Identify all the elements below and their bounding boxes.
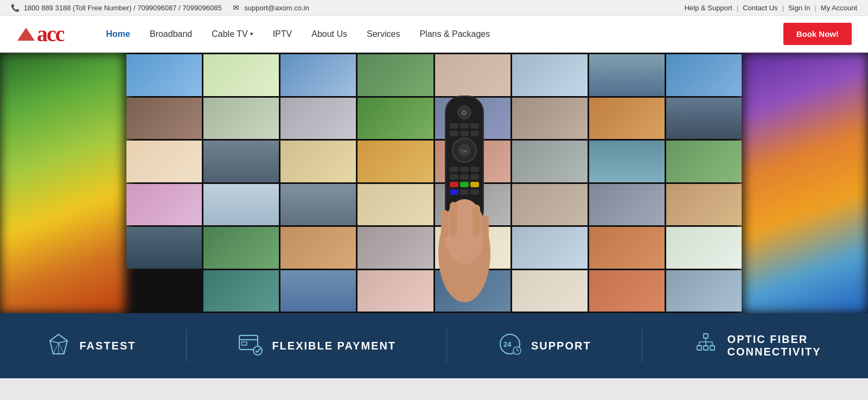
photo-cell [666, 141, 742, 182]
email-icon [233, 4, 242, 12]
separator-1: | [737, 4, 738, 12]
email-address: support@axom.co.in [244, 4, 309, 12]
feature-payment: FLEXIBLE PAYMENT [237, 332, 396, 359]
separator-2: | [782, 4, 784, 12]
svg-rect-15 [470, 167, 479, 172]
myaccount-link[interactable]: My Account [821, 4, 857, 12]
photo-cell [203, 54, 279, 96]
svg-text:⏻: ⏻ [461, 110, 467, 116]
photo-cell [666, 270, 742, 312]
support-icon: 24 [497, 332, 522, 359]
top-bar-left: 1800 889 3188 (Toll Free Number) / 70990… [11, 3, 309, 12]
svg-rect-5 [460, 123, 469, 129]
svg-line-34 [59, 341, 67, 343]
svg-rect-4 [450, 123, 458, 129]
svg-line-33 [50, 341, 59, 343]
svg-rect-6 [470, 123, 479, 129]
svg-rect-54 [704, 346, 708, 350]
nav-plans[interactable]: Plans & Packages [410, 25, 500, 43]
nav-links: Home Broadband Cable TV ▾ IPTV About Us … [97, 25, 773, 43]
feature-fiber-label-2: CONNECTIVITY [727, 346, 821, 358]
help-support-link[interactable]: Help & Support [685, 4, 732, 12]
logo-icon [16, 27, 36, 42]
fiber-text-block: OPTIC FIBER CONNECTIVITY [727, 333, 821, 358]
hero-blur-left [0, 53, 125, 313]
nav-cabletv[interactable]: Cable TV ▾ [202, 25, 263, 43]
top-bar-right: Help & Support | Contact Us | Sign In | … [685, 4, 857, 12]
photo-cell [280, 270, 356, 312]
svg-rect-29 [473, 205, 480, 237]
photo-cell [589, 227, 665, 269]
feature-fastest-label: FASTEST [79, 340, 136, 352]
photo-cell [203, 98, 279, 139]
photo-cell [280, 184, 356, 226]
phone-number: 1800 889 3188 (Toll Free Number) / 70990… [24, 4, 222, 12]
logo[interactable]: acc [16, 21, 64, 47]
photo-cell [280, 227, 356, 269]
payment-icon [237, 332, 263, 359]
separator-3: | [814, 4, 816, 12]
signin-link[interactable]: Sign In [788, 4, 810, 12]
footer-area [0, 378, 868, 400]
photo-cell [203, 141, 279, 182]
nav-links-wrap: Home Broadband Cable TV ▾ IPTV About Us … [97, 25, 773, 43]
svg-rect-24 [470, 189, 479, 195]
diamond-icon [47, 332, 71, 359]
nav-home[interactable]: Home [97, 25, 140, 43]
svg-rect-28 [450, 202, 457, 237]
svg-rect-8 [460, 131, 469, 136]
svg-line-36 [53, 343, 59, 354]
photo-cell [280, 98, 356, 139]
feature-divider-3 [642, 329, 642, 362]
photo-cell [126, 98, 202, 139]
nav-aboutus[interactable]: About Us [302, 25, 357, 43]
feature-fiber-label-1: OPTIC FIBER [727, 333, 821, 346]
photo-cell [280, 54, 356, 96]
photo-cell [126, 227, 202, 269]
features-bar: FASTEST FLEXIBLE PAYMENT 24 [0, 313, 868, 378]
nav-iptv[interactable]: IPTV [263, 25, 302, 43]
feature-support: 24 SUPPORT [497, 332, 591, 359]
phone-icon [11, 4, 22, 12]
svg-line-37 [59, 343, 64, 354]
svg-rect-19 [450, 182, 458, 187]
svg-text:24: 24 [503, 340, 512, 348]
svg-rect-55 [710, 346, 714, 350]
photo-cell [589, 54, 665, 96]
cabletv-dropdown-arrow: ▾ [250, 30, 253, 37]
remote-hand-overlay: ⏻ OK [388, 85, 540, 313]
fiber-icon [693, 332, 719, 359]
email-info: support@axom.co.in [233, 3, 309, 12]
svg-rect-14 [460, 167, 469, 172]
svg-rect-16 [450, 174, 458, 180]
book-now-button[interactable]: Book Now! [783, 23, 852, 45]
feature-divider-1 [186, 329, 187, 362]
svg-rect-13 [450, 167, 458, 172]
photo-cell [126, 184, 202, 226]
photo-cell [203, 184, 279, 226]
svg-rect-20 [460, 182, 469, 187]
svg-rect-22 [450, 189, 458, 195]
navbar: acc Home Broadband Cable TV ▾ IPTV About… [0, 16, 868, 53]
feature-fastest: FASTEST [47, 332, 136, 359]
hero-blur-right [743, 53, 868, 313]
contact-us-link[interactable]: Contact Us [743, 4, 777, 12]
hero-section: ⏻ OK [0, 53, 868, 313]
svg-rect-27 [441, 210, 449, 237]
svg-point-41 [253, 346, 262, 355]
feature-divider-2 [446, 329, 447, 362]
photo-cell [126, 54, 202, 96]
photo-cell [589, 270, 665, 312]
phone-info: 1800 889 3188 (Toll Free Number) / 70990… [11, 4, 222, 12]
nav-broadband[interactable]: Broadband [140, 25, 202, 43]
feature-support-label: SUPPORT [531, 340, 591, 352]
photo-cell [589, 98, 665, 139]
top-bar: 1800 889 3188 (Toll Free Number) / 70990… [0, 0, 868, 16]
photo-cell [666, 227, 742, 269]
svg-rect-30 [481, 215, 489, 240]
svg-rect-23 [460, 189, 469, 195]
feature-fiber: OPTIC FIBER CONNECTIVITY [693, 332, 821, 359]
svg-rect-40 [241, 342, 247, 345]
nav-services[interactable]: Services [357, 25, 410, 43]
photo-cell [666, 184, 742, 226]
